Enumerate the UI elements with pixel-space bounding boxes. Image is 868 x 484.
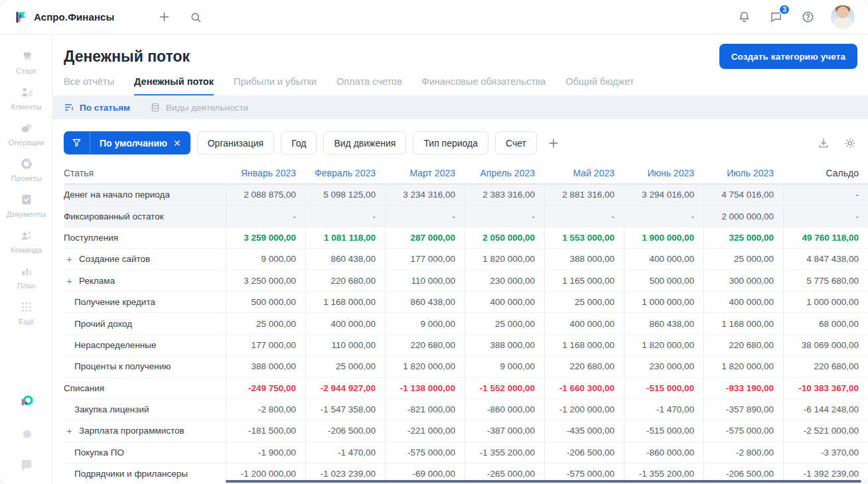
filter-chip-default[interactable]: По умолчанию ✕ [64, 131, 190, 154]
row-label-cell: Прочий доход [64, 313, 226, 333]
table-row[interactable]: Фиксированный остаток------2 000 000,00- [64, 206, 868, 227]
quick-add-button[interactable] [155, 9, 173, 26]
tab-financial-obligations[interactable]: Финансовые обязательства [422, 76, 546, 95]
table-row[interactable]: Денег на начало периода2 088 875,005 098… [64, 184, 868, 206]
sidebar-item-projects[interactable]: Проекты [3, 151, 50, 187]
sidebar-item-more[interactable]: Ещё [3, 294, 50, 330]
row-value-cell: -860 000,00 [465, 399, 544, 420]
filter-chip[interactable]: Тип периода [413, 131, 488, 154]
table-row[interactable]: Покупка ПО-1 900,00-1 470,00-575 000,00-… [64, 442, 868, 463]
row-label-cell: +Создание сайтов [64, 249, 226, 269]
table-row[interactable]: Проценты к получению388 000,0025 000,001… [64, 356, 868, 377]
table-settings-gear-icon[interactable] [843, 136, 857, 151]
main-area: Создать категорию учета Денежный поток В… [53, 34, 868, 484]
row-value-cell: -1 200 000,00 [544, 399, 624, 420]
row-value-cell: 2 000 000,00 [703, 206, 783, 226]
create-category-button[interactable]: Создать категорию учета [719, 44, 857, 69]
row-value-cell: -1 900,00 [226, 442, 305, 463]
row-label: Поступления [64, 233, 118, 243]
cashflow-table: СтатьяЯнварь 2023Февраль 2023Март 2023Ап… [64, 162, 868, 484]
tab-all-reports[interactable]: Все отчёты [64, 76, 114, 95]
table-row[interactable]: Получение кредита500 000,001 168 000,008… [64, 292, 868, 313]
column-header-saldo: Сальдо [783, 162, 868, 184]
column-header-month[interactable]: Март 2023 [385, 162, 465, 184]
row-value-cell: 25 000,00 [465, 313, 544, 333]
clients-icon [19, 84, 35, 100]
table-row[interactable]: +Реклама3 250 000,00220 680,00110 000,00… [64, 271, 868, 292]
sidebar-item-label: План [17, 282, 36, 290]
search-icon[interactable] [187, 9, 204, 26]
table-row[interactable]: +Зарплата программистов-181 500,00-206 5… [64, 420, 868, 442]
settings-gear-icon[interactable] [19, 426, 35, 442]
expand-plus-icon[interactable]: + [65, 254, 74, 264]
brand[interactable]: Аспро.Финансы [13, 10, 114, 25]
table-row[interactable]: +Создание сайтов9 000,00860 438,00177 00… [64, 249, 868, 270]
row-value-cell: 38 069 000,00 [783, 335, 868, 355]
filter-chip[interactable]: Организация [197, 131, 274, 154]
row-value-cell: 4 847 438,00 [783, 249, 868, 269]
table-row[interactable]: Нераспределенные177 000,00110 000,00220 … [64, 335, 868, 356]
table-row[interactable]: Закупка лицензий-2 800,00-1 547 358,00-8… [64, 399, 868, 420]
table-header: СтатьяЯнварь 2023Февраль 2023Март 2023Ап… [64, 162, 868, 184]
download-icon[interactable] [816, 136, 831, 151]
tab-profit-loss[interactable]: Прибыли и убытки [234, 76, 317, 95]
column-header-month[interactable]: Январь 2023 [226, 162, 305, 184]
subtab-activity-types[interactable]: Виды деятельности [150, 102, 248, 113]
notifications-bell-icon[interactable] [735, 9, 753, 26]
sidebar-item-plan[interactable]: План [3, 259, 50, 294]
sidebar-item-team[interactable]: Команда [3, 223, 50, 259]
subtab-by-articles[interactable]: По статьям [64, 102, 130, 113]
column-header-month[interactable]: Июнь 2023 [624, 162, 703, 184]
row-label-cell: Закупка лицензий [64, 399, 226, 420]
sidebar-item-start[interactable]: Старт [3, 44, 50, 80]
sidebar-item-operations[interactable]: Операции [3, 115, 50, 151]
row-value-cell: 287 000,00 [385, 227, 465, 248]
filter-chip[interactable]: Вид движения [323, 131, 406, 154]
row-value-cell: 2 088 875,00 [226, 184, 305, 205]
column-header-month[interactable]: Май 2023 [544, 162, 624, 184]
support-chat-icon[interactable] [19, 457, 35, 473]
tab-cash-flow[interactable]: Денежный поток [134, 76, 214, 95]
tab-invoice-payment[interactable]: Оплата счетов [336, 76, 401, 95]
row-value-cell: 400 000,00 [703, 292, 783, 312]
row-value-cell: 1 820 000,00 [703, 356, 783, 377]
row-label-cell: Подрядчики и фрилансеры [64, 463, 226, 484]
row-value-cell: 500 000,00 [226, 292, 305, 312]
tab-general-budget[interactable]: Общий бюджет [565, 76, 634, 95]
column-header-month[interactable]: Апрель 2023 [465, 162, 544, 184]
help-icon[interactable] [799, 9, 816, 26]
messages-icon-wrap[interactable]: 3 [767, 9, 784, 26]
table-row[interactable]: Поступления3 259 000,001 081 118,00287 0… [64, 227, 868, 249]
filter-chip[interactable]: Год [281, 131, 317, 154]
column-header-month[interactable]: Февраль 2023 [305, 162, 385, 184]
row-value-cell: - [465, 206, 544, 226]
horizontal-scrollbar[interactable] [226, 480, 861, 483]
row-label: Нераспределенные [74, 340, 157, 350]
by-articles-icon [64, 102, 74, 113]
row-value-cell: 325 000,00 [703, 227, 783, 248]
row-value-cell: -933 190,00 [703, 378, 783, 398]
row-value-cell: 1 081 118,00 [305, 227, 385, 248]
expand-plus-icon[interactable]: + [65, 276, 74, 286]
row-value-cell: -387 000,00 [465, 420, 544, 441]
funnel-icon[interactable] [64, 131, 90, 154]
row-value-cell: -860 000,00 [624, 442, 703, 463]
row-value-cell: 177 000,00 [385, 249, 465, 269]
column-header-month[interactable]: Июль 2023 [703, 162, 783, 184]
app-window: Аспро.Финансы 3 СтартКли [0, 0, 868, 484]
table-row[interactable]: Прочий доход25 000,00400 000,009 000,002… [64, 313, 868, 334]
row-value-cell: 5 775 680,00 [783, 271, 868, 291]
row-value-cell: -1 138 000,00 [385, 378, 465, 398]
expand-plus-icon[interactable]: + [65, 426, 74, 436]
add-filter-button[interactable] [543, 133, 563, 153]
filter-chip[interactable]: Счет [495, 131, 537, 154]
row-value-cell: 25 000,00 [703, 249, 783, 269]
app-color-logo-icon[interactable] [19, 394, 35, 410]
sidebar-item-documents[interactable]: Документы [3, 187, 50, 223]
table-row[interactable]: Списания-249 750,00-2 944 927,00-1 138 0… [64, 378, 868, 399]
sidebar-item-clients[interactable]: Клиенты [3, 80, 50, 115]
user-avatar[interactable] [831, 5, 855, 29]
row-value-cell: 9 000,00 [385, 313, 465, 333]
filter-chip-close-icon[interactable]: ✕ [173, 138, 181, 149]
row-value-cell: - [305, 206, 385, 226]
